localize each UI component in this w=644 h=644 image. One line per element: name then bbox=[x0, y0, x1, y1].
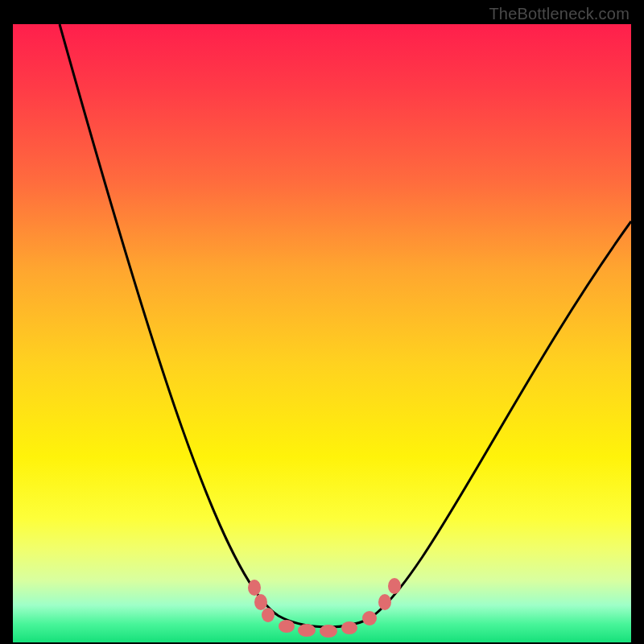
curve-marker bbox=[254, 594, 267, 610]
curve-marker bbox=[362, 611, 377, 625]
curve-marker bbox=[341, 621, 357, 634]
curve-marker bbox=[388, 578, 401, 594]
curve-marker bbox=[320, 625, 337, 638]
curve-marker bbox=[248, 580, 261, 596]
bottleneck-curve bbox=[60, 24, 631, 627]
chart-plot-area bbox=[13, 24, 631, 642]
chart-svg bbox=[13, 24, 631, 642]
watermark-text: TheBottleneck.com bbox=[489, 5, 630, 23]
curve-marker bbox=[378, 594, 391, 610]
curve-markers bbox=[248, 578, 401, 638]
curve-marker bbox=[279, 620, 295, 633]
curve-marker bbox=[298, 624, 316, 637]
curve-marker bbox=[262, 608, 275, 622]
